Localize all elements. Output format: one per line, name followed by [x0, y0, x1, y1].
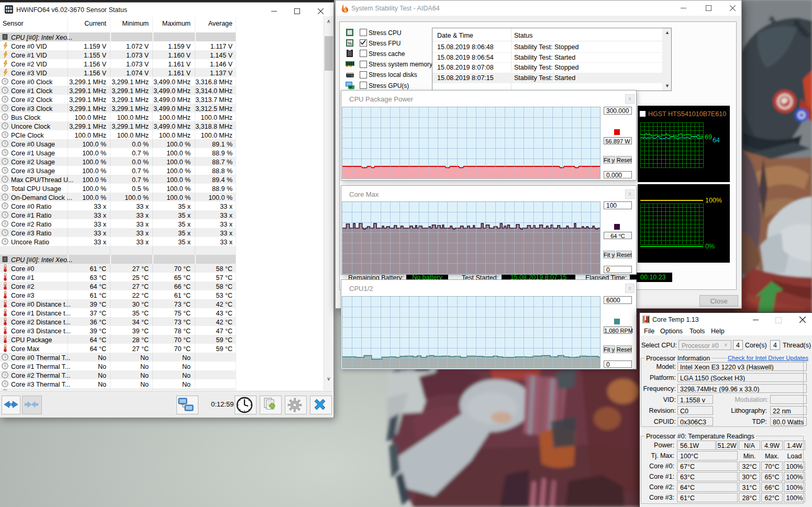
svg-text:%: % — [348, 41, 352, 46]
